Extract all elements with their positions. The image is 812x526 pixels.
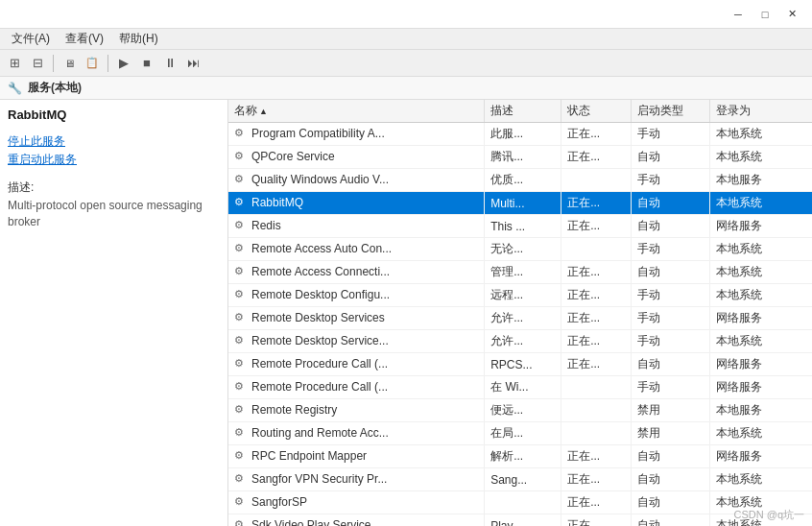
table-container[interactable]: 名称▲ 描述 状态 启动类型 登录为 ⚙Program Compatibilit… [228,100,812,526]
table-row[interactable]: ⚙Remote Access Auto Con...无论...手动本地系统 [228,238,812,261]
col-header-login[interactable]: 登录为 [709,100,812,123]
service-status-cell: 正在... [561,353,632,376]
toolbar-separator-2 [107,55,108,72]
service-status-cell [561,422,632,445]
menu-file[interactable]: 文件(A) [4,29,58,49]
service-desc-cell: 远程... [485,284,561,307]
service-name-text: Remote Access Auto Con... [251,242,392,255]
service-status-cell: 正在... [561,284,632,307]
service-icon: ⚙ [234,311,248,324]
watermark: CSDN @q坑一 [733,508,804,522]
service-login-cell: 网络服务 [709,376,812,399]
service-name-cell: ⚙SangforSP [228,491,485,514]
table-row[interactable]: ⚙QPCore Service腾讯...正在...自动本地系统 [228,146,812,169]
service-desc-cell [485,491,561,514]
service-name-cell: ⚙Remote Desktop Service... [228,330,485,353]
toolbar-btn-stop[interactable]: ■ [136,53,157,74]
service-login-cell: 本地系统 [709,284,812,307]
service-login-cell: 本地系统 [709,146,812,169]
service-desc-cell: 在 Wi... [485,376,561,399]
table-row[interactable]: ⚙Remote Desktop Configu...远程...正在...手动本地… [228,284,812,307]
restart-service-link[interactable]: 重启动此服务 [8,152,220,168]
service-login-cell: 本地系统 [709,422,812,445]
service-name-cell: ⚙Remote Access Auto Con... [228,238,485,261]
service-login-cell: 网络服务 [709,307,812,330]
service-status-cell [561,399,632,422]
toolbar-btn-play[interactable]: ▶ [113,53,134,74]
close-button[interactable]: ✕ [779,5,804,24]
table-row[interactable]: ⚙Remote Desktop Service...允许...正在...手动本地… [228,330,812,353]
service-desc-cell: 管理... [485,261,561,284]
service-name-text: Quality Windows Audio V... [251,173,389,186]
service-icon: ⚙ [234,357,248,371]
service-status-cell: 正在... [561,123,632,146]
maximize-button[interactable]: □ [752,5,777,24]
service-desc-cell: 允许... [485,307,561,330]
service-desc-cell: 在局... [485,422,561,445]
table-row[interactable]: ⚙Remote Registry便远...禁用本地服务 [228,399,812,422]
service-startup-cell: 自动 [632,353,709,376]
table-row[interactable]: ⚙Program Compatibility A...此服...正在...手动本… [228,123,812,146]
toolbar-btn-pause[interactable]: ⏸ [159,53,180,74]
service-startup-cell: 手动 [632,376,709,399]
address-label: 服务(本地) [28,80,82,96]
col-header-desc[interactable]: 描述 [485,100,561,123]
toolbar-btn-1[interactable]: ⊞ [4,53,25,74]
service-startup-cell: 手动 [632,123,709,146]
service-icon: ⚙ [234,196,248,209]
col-header-name[interactable]: 名称▲ [228,100,485,123]
menu-view[interactable]: 查看(V) [58,29,111,49]
table-row[interactable]: ⚙RabbitMQMulti...正在...自动本地系统 [228,192,812,215]
service-startup-cell: 手动 [632,307,709,330]
service-startup-cell: 自动 [632,445,709,468]
toolbar-btn-2[interactable]: ⊟ [27,53,48,74]
stop-service-link[interactable]: 停止此服务 [8,133,220,150]
service-login-cell: 网络服务 [709,215,812,238]
service-login-cell: 本地系统 [709,468,812,491]
table-row[interactable]: ⚙Sdk Video Play ServicePlay ...正在...自动本地… [228,514,812,527]
service-startup-cell: 手动 [632,284,709,307]
toolbar-btn-disconnect[interactable]: 📋 [82,53,103,74]
service-name-text: QPCore Service [251,150,335,163]
service-desc-cell: Multi... [485,192,561,215]
service-login-cell: 本地系统 [709,238,812,261]
col-header-startup[interactable]: 启动类型 [632,100,709,123]
services-table: 名称▲ 描述 状态 启动类型 登录为 ⚙Program Compatibilit… [228,100,812,526]
service-name-cell: ⚙Remote Procedure Call (... [228,353,485,376]
col-header-status[interactable]: 状态 [561,100,632,123]
table-row[interactable]: ⚙SangforSP正在...自动本地系统 [228,491,812,514]
service-status-cell: 正在... [561,468,632,491]
service-startup-cell: 禁用 [632,399,709,422]
menu-help[interactable]: 帮助(H) [111,29,166,49]
table-row[interactable]: ⚙Remote Procedure Call (...在 Wi...手动网络服务 [228,376,812,399]
service-status-cell: 正在... [561,445,632,468]
service-name-cell: ⚙Program Compatibility A... [228,123,485,146]
table-row[interactable]: ⚙Remote Desktop Services允许...正在...手动网络服务 [228,307,812,330]
sidebar-description: 描述: Multi-protocol open source messaging… [8,179,220,230]
table-row[interactable]: ⚙Routing and Remote Acc...在局...禁用本地系统 [228,422,812,445]
table-row[interactable]: ⚙Quality Windows Audio V...优质...手动本地服务 [228,169,812,192]
table-row[interactable]: ⚙Remote Access Connecti...管理...正在...自动本地… [228,261,812,284]
service-name-text: RPC Endpoint Mapper [251,449,367,463]
service-name-cell: ⚙Sdk Video Play Service [228,514,485,527]
service-icon: ⚙ [234,150,248,163]
minimize-button[interactable]: ─ [726,5,751,24]
service-startup-cell: 手动 [632,330,709,353]
content-area: 名称▲ 描述 状态 启动类型 登录为 ⚙Program Compatibilit… [228,100,812,526]
service-icon: ⚙ [234,242,248,255]
table-row[interactable]: ⚙Remote Procedure Call (...RPCS...正在...自… [228,353,812,376]
table-row[interactable]: ⚙RedisThis ...正在...自动网络服务 [228,215,812,238]
service-startup-cell: 自动 [632,192,709,215]
table-row[interactable]: ⚙Sangfor VPN Security Pr...Sang...正在...自… [228,468,812,491]
toolbar-btn-connect[interactable]: 🖥 [59,53,80,74]
service-icon: ⚙ [234,265,248,278]
table-row[interactable]: ⚙RPC Endpoint Mapper解析...正在...自动网络服务 [228,445,812,468]
service-startup-cell: 自动 [632,261,709,284]
toolbar-btn-restart[interactable]: ⏭ [182,53,203,74]
service-status-cell: 正在... [561,330,632,353]
service-desc-cell: 解析... [485,445,561,468]
service-desc-cell: 腾讯... [485,146,561,169]
service-name-cell: ⚙RabbitMQ [228,192,485,215]
service-desc-cell: RPCS... [485,353,561,376]
service-name-cell: ⚙Remote Procedure Call (... [228,376,485,399]
